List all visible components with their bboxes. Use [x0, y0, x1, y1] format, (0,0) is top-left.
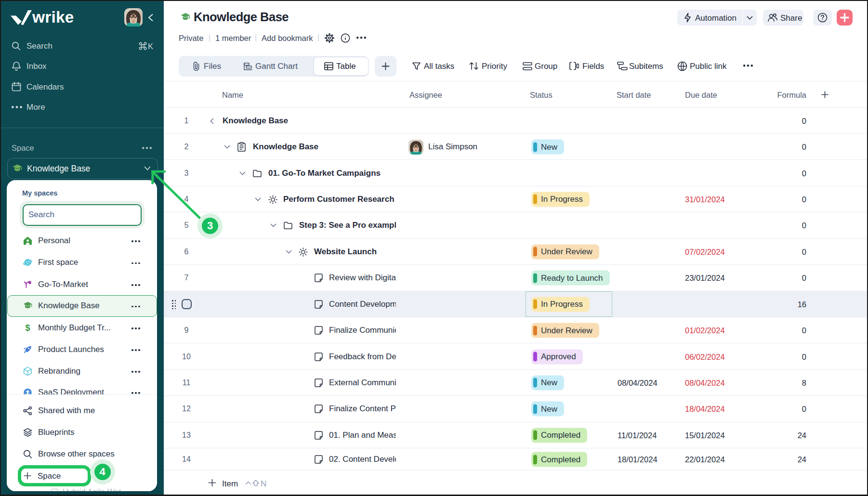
svg-text:wrike: wrike — [32, 8, 74, 26]
svg-text:$: $ — [25, 324, 30, 333]
svg-text:K: K — [148, 42, 153, 51]
